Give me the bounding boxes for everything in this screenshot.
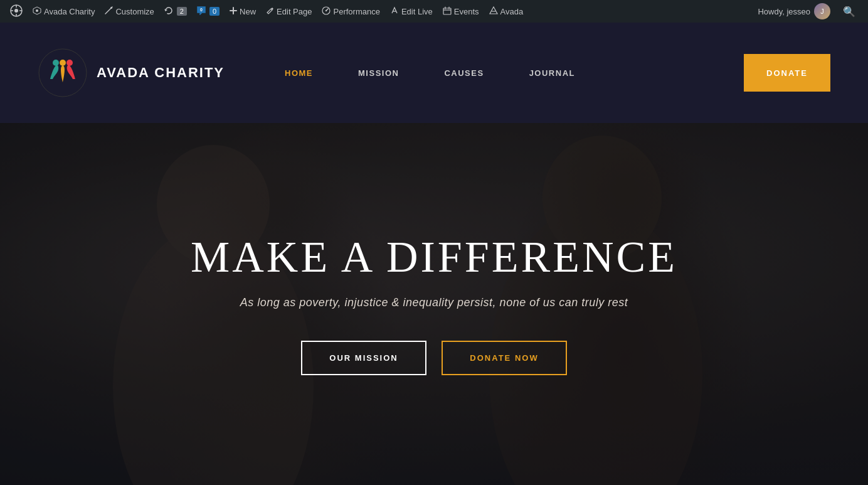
avada-button[interactable]: Avada — [484, 0, 529, 23]
logo-area: AVADA CHARITY — [38, 48, 225, 98]
hero-content: MAKE A DIFFERENCE As long as poverty, in… — [166, 233, 702, 375]
revisions-count: 2 — [177, 7, 187, 16]
edit-live-label: Edit Live — [401, 7, 433, 16]
performance-icon — [322, 6, 331, 17]
edit-page-icon — [266, 6, 274, 16]
nav-home[interactable]: HOME — [262, 23, 336, 123]
nav-journal[interactable]: JOURNAL — [507, 23, 598, 123]
revisions-icon — [164, 6, 173, 17]
nav-causes[interactable]: CAUSES — [421, 23, 506, 123]
comments-button[interactable]: 0 0 — [192, 0, 225, 23]
site-name-icon — [33, 6, 41, 17]
avada-icon — [489, 6, 498, 17]
hero-title: MAKE A DIFFERENCE — [191, 233, 677, 281]
comments-icon: 0 — [197, 6, 206, 17]
performance-label: Performance — [333, 7, 379, 16]
svg-point-15 — [60, 60, 66, 66]
customize-label: Customize — [115, 7, 154, 16]
site-nav: HOME MISSION CAUSES JOURNAL — [262, 23, 744, 123]
hero-buttons: OUR MISSION DONATE NOW — [191, 341, 677, 375]
hero-subtitle: As long as poverty, injustice & inequali… — [191, 296, 677, 309]
site-name-label: Avada Charity — [44, 7, 95, 16]
donate-now-button[interactable]: DONATE NOW — [442, 341, 567, 375]
edit-live-button[interactable]: Edit Live — [385, 0, 438, 23]
new-button[interactable]: New — [225, 0, 261, 23]
events-label: Events — [454, 7, 479, 16]
revisions-button[interactable]: 2 — [159, 0, 192, 23]
our-mission-button[interactable]: OUR MISSION — [301, 341, 426, 375]
svg-text:0: 0 — [200, 8, 203, 12]
svg-point-14 — [66, 60, 73, 66]
logo-text: AVADA CHARITY — [97, 65, 225, 81]
customize-button[interactable]: Customize — [100, 0, 159, 23]
howdy-text: Howdy, jesseo J — [753, 3, 835, 19]
customize-icon — [105, 6, 113, 16]
hero-section: MAKE A DIFFERENCE As long as poverty, in… — [0, 123, 868, 485]
edit-live-icon — [390, 6, 399, 17]
svg-rect-11 — [443, 8, 451, 14]
new-label: New — [240, 7, 256, 16]
avatar[interactable]: J — [814, 3, 830, 19]
wp-logo-button[interactable] — [5, 0, 28, 23]
svg-point-6 — [36, 9, 38, 12]
admin-bar: Avada Charity Customize 2 0 0 — [0, 0, 868, 23]
search-icon[interactable]: 🔍 — [835, 6, 863, 18]
site-name-button[interactable]: Avada Charity — [28, 0, 100, 23]
new-icon — [230, 7, 237, 16]
wp-icon — [10, 4, 23, 18]
performance-button[interactable]: Performance — [317, 0, 384, 23]
avada-label: Avada — [500, 7, 524, 16]
svg-point-13 — [53, 60, 59, 66]
comments-count: 0 — [209, 7, 220, 16]
svg-point-1 — [14, 9, 18, 13]
events-button[interactable]: Events — [438, 0, 484, 23]
site-header: AVADA CHARITY HOME MISSION CAUSES JOURNA… — [0, 23, 868, 123]
donate-button[interactable]: DONATE — [744, 54, 830, 92]
svg-point-10 — [326, 9, 327, 11]
edit-page-button[interactable]: Edit Page — [261, 0, 317, 23]
admin-bar-right: Howdy, jesseo J 🔍 — [753, 3, 863, 19]
events-icon — [443, 6, 452, 17]
nav-mission[interactable]: MISSION — [336, 23, 421, 123]
edit-page-label: Edit Page — [277, 7, 312, 16]
logo-icon — [38, 48, 88, 98]
svg-point-7 — [110, 7, 112, 9]
